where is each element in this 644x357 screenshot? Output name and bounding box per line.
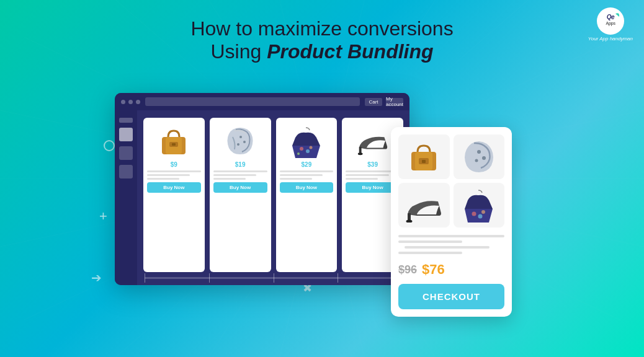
new-price: $76 bbox=[422, 262, 445, 278]
browser-dots bbox=[121, 100, 140, 104]
circle-deco-1 bbox=[104, 140, 115, 151]
buy-now-btn-1[interactable]: Buy Now bbox=[147, 182, 201, 193]
product-card-1: $9 Buy Now bbox=[143, 118, 205, 272]
product-price-2: $19 bbox=[235, 161, 246, 168]
slider-bar bbox=[143, 277, 403, 279]
browser-sidebar bbox=[115, 110, 137, 285]
cart-cell-dress bbox=[454, 183, 505, 227]
plus-deco-1: + bbox=[99, 209, 107, 223]
product-img-bag bbox=[155, 123, 192, 159]
svg-point-33 bbox=[306, 149, 310, 153]
product-price-1: $9 bbox=[171, 161, 177, 168]
browser-main: $9 Buy Now bbox=[137, 110, 409, 285]
svg-point-32 bbox=[300, 147, 303, 151]
svg-rect-28 bbox=[172, 143, 176, 146]
svg-point-34 bbox=[310, 146, 313, 149]
arrow-deco-1: ➔ bbox=[91, 270, 102, 285]
browser-addressbar bbox=[145, 97, 360, 106]
svg-rect-41 bbox=[422, 160, 426, 163]
sidebar-item-1 bbox=[119, 118, 133, 123]
headline-line2: Using Product Bundling bbox=[0, 40, 644, 63]
sidebar-item-active[interactable] bbox=[119, 128, 133, 141]
product-img-scarf bbox=[221, 123, 259, 159]
cart-cell-scarf bbox=[454, 134, 505, 179]
checkout-button[interactable]: CHECKOUT bbox=[398, 284, 504, 309]
product-price-4: $39 bbox=[367, 161, 378, 168]
svg-point-48 bbox=[478, 214, 483, 219]
cart-grid bbox=[398, 134, 504, 227]
product-lines-3 bbox=[280, 170, 334, 180]
cart-cell-heels bbox=[398, 183, 450, 227]
browser-topbar: Cart My account bbox=[115, 93, 409, 110]
headline: How to maximize conversions Using Produc… bbox=[0, 17, 644, 63]
cart-popup: $96 $76 CHECKOUT bbox=[391, 127, 512, 317]
svg-point-44 bbox=[475, 159, 478, 162]
svg-point-49 bbox=[481, 210, 485, 214]
headline-bold: Product Bundling bbox=[267, 40, 433, 63]
cart-button[interactable]: Cart bbox=[365, 98, 382, 106]
svg-point-43 bbox=[482, 156, 486, 160]
svg-point-47 bbox=[472, 212, 476, 216]
svg-point-29 bbox=[239, 136, 242, 138]
product-price-3: $29 bbox=[302, 161, 312, 168]
svg-point-35 bbox=[297, 152, 300, 155]
sidebar-item-2[interactable] bbox=[119, 146, 133, 160]
browser-dot-2 bbox=[128, 100, 133, 104]
sidebar-item-3[interactable] bbox=[119, 165, 133, 178]
cart-cell-bag bbox=[398, 134, 450, 179]
svg-point-37 bbox=[357, 152, 362, 155]
browser-dot-1 bbox=[121, 100, 125, 104]
headline-line2-prefix: Using bbox=[210, 40, 267, 63]
product-img-dress bbox=[288, 123, 325, 159]
my-account-button[interactable]: My account bbox=[386, 98, 403, 106]
product-img-heels bbox=[354, 123, 391, 159]
browser-mockup: Cart My account bbox=[115, 93, 409, 285]
svg-point-46 bbox=[406, 219, 412, 223]
old-price: $96 bbox=[398, 263, 417, 276]
svg-point-42 bbox=[477, 150, 481, 154]
buy-now-btn-3[interactable]: Buy Now bbox=[280, 182, 334, 193]
browser-content: $9 Buy Now bbox=[115, 110, 409, 285]
buy-now-btn-2[interactable]: Buy Now bbox=[213, 182, 267, 193]
svg-point-30 bbox=[243, 141, 246, 143]
products-row: $9 Buy Now bbox=[143, 118, 403, 272]
browser-dot-3 bbox=[136, 100, 140, 104]
product-card-3: $29 Buy Now bbox=[276, 118, 338, 272]
svg-point-31 bbox=[237, 143, 239, 146]
cart-info-lines bbox=[398, 235, 504, 254]
slider-track[interactable] bbox=[145, 277, 402, 279]
product-lines-2 bbox=[213, 170, 267, 180]
headline-line1: How to maximize conversions bbox=[0, 17, 644, 40]
product-card-2: $19 Buy Now bbox=[210, 118, 271, 272]
browser-nav-icons: Cart My account bbox=[365, 98, 403, 106]
price-row: $96 $76 bbox=[398, 262, 504, 278]
product-lines-1 bbox=[147, 170, 201, 180]
